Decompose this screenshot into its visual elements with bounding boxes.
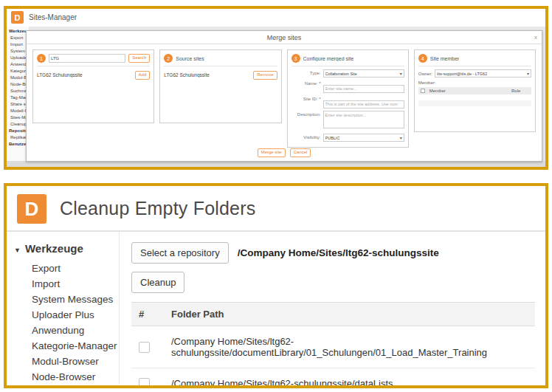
hash-column-header: # bbox=[131, 303, 164, 326]
site-type-select[interactable]: Collaboration Site bbox=[323, 69, 404, 78]
search-button[interactable]: Search bbox=[128, 54, 150, 63]
step4-title: Site member bbox=[430, 56, 460, 61]
chevron-down-icon bbox=[527, 71, 529, 76]
sidebar-item-import[interactable]: Import bbox=[32, 276, 119, 292]
sidebar-item-modul-browser[interactable]: Modul-Browser bbox=[32, 354, 119, 369]
type-label: Type: bbox=[291, 69, 321, 75]
page-footer-bar bbox=[7, 161, 545, 167]
owner-value: itis-support@itis.de - LTG62 bbox=[437, 72, 487, 76]
bottom-sidebar: Werkzeuge Export Import System Messages … bbox=[7, 232, 119, 384]
owner-label: Owner: bbox=[418, 72, 432, 76]
app-logo: D bbox=[11, 11, 24, 24]
folder-table: # Folder Path /Company Home/Sites/ltg62-… bbox=[131, 302, 535, 388]
bottom-app-body: Werkzeuge Export Import System Messages … bbox=[7, 232, 545, 384]
table-row: /Company Home/Sites/ltg62-schulungssite/… bbox=[131, 326, 535, 368]
cleanup-button[interactable]: Cleanup bbox=[131, 272, 184, 293]
chevron-down-icon bbox=[400, 135, 402, 140]
select-repository-button[interactable]: Select a repository bbox=[131, 242, 229, 264]
sidebar-item-suchmanager[interactable]: Suchmanager bbox=[32, 385, 119, 388]
step1-search-panel: 1 Search LTG62 Schulungssite Add bbox=[32, 49, 154, 123]
cleanup-empty-folders-screenshot: D Cleanup Empty Folders Werkzeuge Export… bbox=[4, 183, 548, 388]
visibility-value: PUBLIC bbox=[325, 136, 340, 140]
folder-path-cell: /Company Home/Sites/ltg62-schulungssite/… bbox=[164, 326, 535, 368]
step4-number-badge: 4 bbox=[418, 54, 427, 63]
top-app-header: D Sites-Manager bbox=[7, 9, 545, 27]
step2-number-badge: 2 bbox=[164, 54, 173, 63]
member-column-header: Member bbox=[427, 87, 509, 94]
site-type-value: Collaboration Site bbox=[325, 72, 357, 76]
dialog-body: 1 Search LTG62 Schulungssite Add 2 Sourc… bbox=[27, 44, 542, 148]
row-checkbox[interactable] bbox=[139, 342, 150, 353]
step4-site-member-panel: 4 Site member Owner: itis-support@itis.d… bbox=[414, 49, 536, 132]
step2-source-sites-panel: 2 Source sites LTG62 Schulungssite Remov… bbox=[159, 49, 281, 123]
chevron-down-icon bbox=[400, 71, 402, 76]
site-description-input[interactable] bbox=[323, 111, 404, 128]
source-site-name: LTG62 Schulungssite bbox=[164, 72, 210, 78]
sidebar-item-node-browser[interactable]: Node-Browser bbox=[32, 369, 119, 385]
bottom-app-header: D Cleanup Empty Folders bbox=[7, 186, 545, 232]
member-table: Member Role bbox=[418, 87, 531, 106]
role-column-header: Role bbox=[509, 87, 531, 94]
close-icon[interactable]: x bbox=[534, 31, 537, 44]
table-row: /Company Home/Sites/ltg62-schulungssite/… bbox=[131, 368, 535, 389]
step1-number-badge: 1 bbox=[37, 54, 46, 63]
repository-path: /Company Home/Sites/ltg62-schulungssite bbox=[238, 247, 439, 258]
dialog-title-bar: Merge sites x bbox=[27, 31, 542, 44]
page-title: Cleanup Empty Folders bbox=[60, 198, 255, 219]
step2-title: Source sites bbox=[176, 56, 204, 61]
sidebar-item-uploader-plus[interactable]: Uploader Plus bbox=[32, 307, 119, 323]
sidebar-section-label: Werkzeuge bbox=[25, 242, 83, 255]
top-app-body: Werkzeuge Export Import System Me Upload… bbox=[7, 27, 545, 167]
visibility-select[interactable]: PUBLIC bbox=[323, 134, 404, 142]
site-id-label: Site ID: * bbox=[291, 95, 321, 101]
collapse-triangle-icon bbox=[14, 242, 21, 255]
name-label: Name: * bbox=[291, 80, 321, 86]
visibility-label: Visibility: bbox=[291, 134, 321, 140]
merge-sites-dialog: Merge sites x 1 Search LTG62 Schulungssi… bbox=[26, 30, 542, 162]
step3-title: Configure merged site bbox=[303, 56, 354, 61]
sidebar-section-werkzeuge[interactable]: Werkzeuge bbox=[14, 242, 119, 255]
site-id-input[interactable] bbox=[323, 100, 404, 109]
page-title: Sites-Manager bbox=[29, 13, 77, 21]
row-checkbox[interactable] bbox=[139, 378, 150, 388]
dialog-footer: Merge site Cancel bbox=[27, 148, 542, 157]
sidebar-item-kategorie-manager[interactable]: Kategorie-Manager bbox=[32, 338, 119, 354]
site-search-input[interactable] bbox=[49, 54, 125, 63]
folder-path-cell: /Company Home/Sites/ltg62-schulungssite/… bbox=[164, 368, 535, 389]
search-result-site-name: LTG62 Schulungssite bbox=[37, 72, 83, 78]
merge-site-button[interactable]: Merge site bbox=[258, 148, 286, 157]
description-label: Description: bbox=[291, 111, 321, 117]
member-label: Member: bbox=[418, 80, 531, 85]
select-all-members-checkbox[interactable] bbox=[421, 89, 425, 93]
sites-manager-screenshot: D Sites-Manager Werkzeuge Export Import … bbox=[4, 6, 548, 170]
folder-path-column-header: Folder Path bbox=[164, 303, 535, 326]
add-site-button[interactable]: Add bbox=[135, 71, 151, 80]
step3-configure-panel: 3 Configure merged site Type: Collaborat… bbox=[287, 49, 409, 148]
cleanup-main-content: Select a repository /Company Home/Sites/… bbox=[119, 232, 545, 384]
dialog-title: Merge sites bbox=[267, 34, 302, 41]
sidebar-item-anwendung[interactable]: Anwendung bbox=[32, 323, 119, 338]
sidebar-item-export[interactable]: Export bbox=[32, 261, 119, 276]
app-logo: D bbox=[17, 194, 46, 224]
owner-select[interactable]: itis-support@itis.de - LTG62 bbox=[435, 69, 531, 78]
cancel-button[interactable]: Cancel bbox=[290, 148, 311, 157]
remove-site-button[interactable]: Remove bbox=[253, 71, 277, 80]
step3-number-badge: 3 bbox=[291, 54, 300, 63]
sidebar-item-system-messages[interactable]: System Messages bbox=[32, 292, 119, 307]
site-name-input[interactable] bbox=[323, 85, 404, 93]
